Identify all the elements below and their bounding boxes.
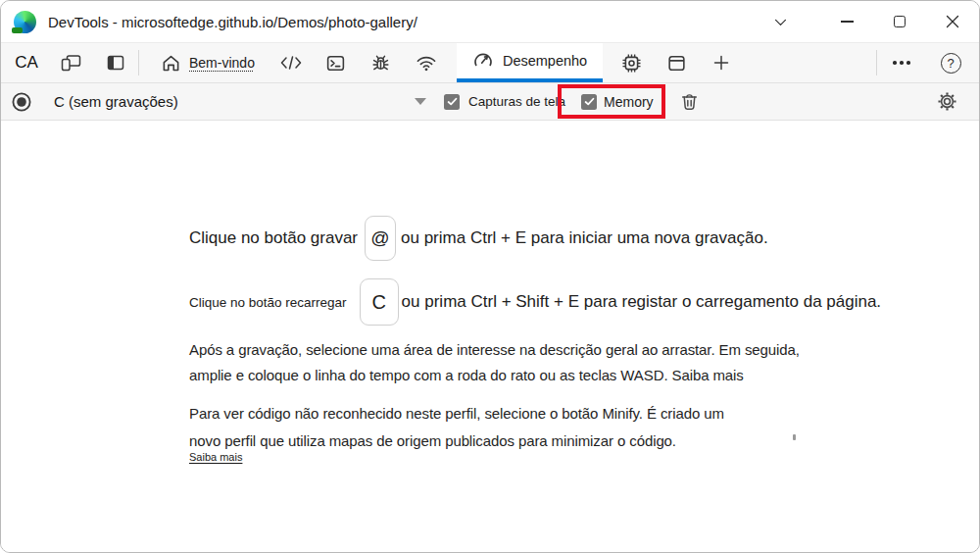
record-hint-line: Clique no botão gravar @ ou prima Ctrl +… [189,215,768,262]
performance-icon [472,50,494,72]
performance-toolbar: C (sem gravações) Capturas de tela Memor… [1,83,979,121]
window-title: DevTools - microsoftedge.github.io/Demos… [48,14,417,30]
clear-recordings-button[interactable] [679,91,700,112]
tab-application[interactable] [654,43,699,82]
memory-checkbox[interactable] [581,94,597,110]
more-options-button[interactable] [877,43,926,82]
performance-empty-state: Clique no botão gravar @ ou prima Ctrl +… [1,121,979,552]
record-icon [11,91,32,113]
inspect-button[interactable]: CA [5,43,48,82]
chevron-down-icon [772,14,789,30]
help-icon: ? [941,53,961,74]
minimize-icon [841,21,854,23]
tab-debugger[interactable] [359,43,404,82]
reload-hint-prefix: Clique no botão recarregar [189,295,347,310]
recordings-select[interactable]: C (sem gravações) [54,93,407,110]
network-icon [416,52,437,74]
application-icon [666,53,687,74]
debug-icon [370,53,391,74]
capture-settings-button[interactable] [937,91,957,112]
learn-more-link[interactable]: Saiba mais [189,451,242,463]
add-tab-icon [711,53,731,73]
checkbox-checked-icon [583,95,596,108]
close-icon [946,15,959,28]
tab-welcome[interactable]: Bem-vindo [147,43,269,82]
maximize-button[interactable] [873,1,926,42]
reload-hint-suffix: ou prima Ctrl + Shift + E para registar … [402,292,881,312]
window-menu-button[interactable] [756,1,805,42]
home-icon [161,53,181,74]
dock-panel-icon [106,53,125,73]
console-icon [325,53,346,74]
trash-icon [679,91,700,112]
device-emulation-icon [60,53,82,73]
settings-gear-icon [937,91,957,112]
minimize-button[interactable] [820,1,873,42]
device-emulation-button[interactable] [48,43,93,82]
reload-hint-line: Clique no botão recarregar C ou prima Ct… [189,278,881,326]
memory-chip-icon [621,53,642,74]
titlebar: DevTools - microsoftedge.github.io/Demos… [1,1,979,42]
stray-mark [793,434,796,440]
close-button[interactable] [926,1,979,42]
toolbar-separator [138,50,139,75]
checkbox-checked-icon [446,95,459,108]
memory-label[interactable]: Memory [604,94,654,110]
screenshots-checkbox[interactable] [444,94,460,110]
edge-dev-logo [14,11,36,33]
tab-network[interactable] [404,43,449,82]
dock-panel-button[interactable] [93,43,138,82]
zoom-instructions-paragraph: Após a gravação, selecione uma área de i… [189,337,844,388]
dropdown-caret-icon[interactable] [415,98,426,105]
more-options-icon [893,61,910,65]
devtools-window: DevTools - microsoftedge.github.io/Demos… [0,0,980,553]
help-button[interactable]: ? [926,43,975,82]
minify-instructions-paragraph: Para ver código não reconhecido neste pe… [189,400,756,455]
code-icon [278,53,304,73]
add-tab-button[interactable] [699,43,744,82]
tab-memory[interactable] [609,43,654,82]
devtools-toolbar: CA Bem-vindo [1,42,979,83]
tab-sources[interactable] [269,43,314,82]
screenshots-label[interactable]: Capturas de tela [468,94,565,109]
tab-welcome-label: Bem-vindo [189,55,255,71]
record-hint-prefix: Clique no botão gravar [189,228,358,248]
reload-button-glyph[interactable]: C [360,278,399,326]
tab-performance-label: Desempenho [503,53,587,69]
record-button-glyph[interactable]: @ [365,216,396,261]
tab-performance[interactable]: Desempenho [457,43,603,82]
maximize-icon [894,16,906,27]
tab-console[interactable] [314,43,359,82]
record-button[interactable] [11,91,32,113]
record-hint-suffix: ou prima Ctrl + E para iniciar uma nova … [401,228,768,248]
